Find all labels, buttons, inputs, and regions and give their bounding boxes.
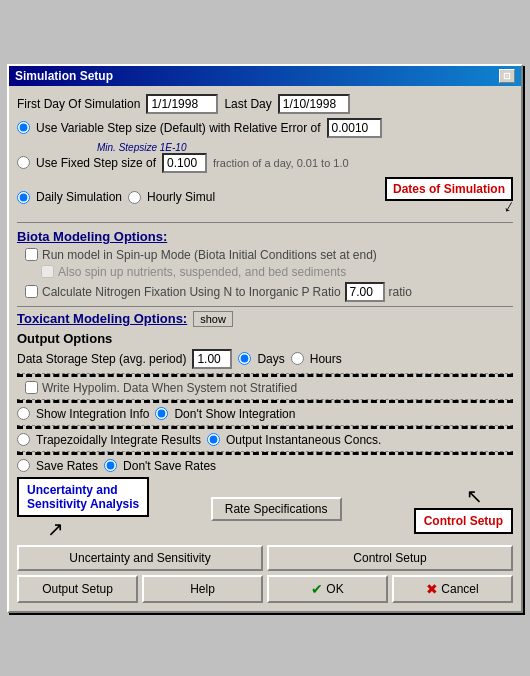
nitrogen-label: Calculate Nitrogen Fixation Using N to I… [42, 285, 341, 299]
daily-simulation-label: Daily Simulation [36, 190, 122, 204]
nitrogen-input[interactable] [345, 282, 385, 302]
fixed-step-radio[interactable] [17, 156, 30, 169]
write-hypolim-label: Write Hypolim. Data When System not Stra… [42, 381, 297, 395]
output-instantaneous-label: Output Instantaneous Concs. [226, 433, 381, 447]
dont-show-radio[interactable] [155, 407, 168, 420]
first-day-input[interactable] [146, 94, 218, 114]
control-setup-button[interactable]: Control Setup [267, 545, 513, 571]
data-storage-label: Data Storage Step (avg. period) [17, 352, 186, 366]
uncertainty-sensitivity-button[interactable]: Uncertainty and Sensitivity [17, 545, 263, 571]
bottom-buttons-row2: Output Setup Help ✔ OK ✖ Cancel [17, 575, 513, 603]
also-spin-row: Also spin up nutrients, suspended, and b… [41, 265, 513, 279]
hourly-simulation-label: Hourly Simul [147, 190, 215, 204]
nitrogen-row: Calculate Nitrogen Fixation Using N to I… [25, 282, 513, 302]
also-spin-label: Also spin up nutrients, suspended, and b… [58, 265, 346, 279]
fraction-label: fraction of a day, 0.01 to 1.0 [213, 157, 349, 169]
ok-button[interactable]: ✔ OK [267, 575, 388, 603]
window-title: Simulation Setup [15, 69, 113, 83]
spinup-checkbox[interactable] [25, 248, 38, 261]
bottom-buttons-row1: Uncertainty and Sensitivity Control Setu… [17, 545, 513, 571]
hours-radio[interactable] [291, 352, 304, 365]
variable-step-row: Use Variable Step size (Default) with Re… [17, 118, 513, 138]
cancel-button[interactable]: ✖ Cancel [392, 575, 513, 603]
dont-save-rates-label: Don't Save Rates [123, 459, 216, 473]
first-day-label: First Day Of Simulation [17, 97, 140, 111]
show-integration-label: Show Integration Info [36, 407, 149, 421]
save-rates-row: Save Rates Don't Save Rates [17, 459, 513, 473]
last-day-input[interactable] [278, 94, 350, 114]
title-bar: Simulation Setup ⊡ [9, 66, 521, 86]
simulation-type-row: Daily Simulation Hourly Simul Dates of S… [17, 177, 513, 218]
min-stepsize-label: Min. Stepsize 1E-10 [97, 142, 513, 153]
dates-row: First Day Of Simulation Last Day [17, 94, 513, 114]
dont-show-label: Don't Show Integration [174, 407, 295, 421]
restore-button[interactable]: ⊡ [499, 69, 515, 83]
integration-row: Show Integration Info Don't Show Integra… [17, 407, 513, 421]
fixed-step-input[interactable] [162, 153, 207, 173]
relative-error-input[interactable] [327, 118, 382, 138]
last-day-label: Last Day [224, 97, 271, 111]
show-integration-radio[interactable] [17, 407, 30, 420]
data-storage-input[interactable] [192, 349, 232, 369]
biota-header: Biota Modeling Options: [17, 229, 513, 244]
days-label: Days [257, 352, 284, 366]
save-rates-radio[interactable] [17, 459, 30, 472]
output-setup-button[interactable]: Output Setup [17, 575, 138, 603]
dates-annotation-box: Dates of Simulation [385, 177, 513, 201]
nitrogen-suffix: ratio [389, 285, 412, 299]
daily-simulation-radio[interactable] [17, 191, 30, 204]
control-setup-annotation-box: Control Setup [414, 508, 513, 534]
write-hypolim-row: Write Hypolim. Data When System not Stra… [25, 381, 513, 395]
nitrogen-checkbox[interactable] [25, 285, 38, 298]
help-button[interactable]: Help [142, 575, 263, 603]
data-storage-row: Data Storage Step (avg. period) Days Hou… [17, 349, 513, 369]
spinup-label: Run model in Spin-up Mode (Biota Initial… [42, 248, 377, 262]
days-radio[interactable] [238, 352, 251, 365]
trapezoidal-radio[interactable] [17, 433, 30, 446]
hours-label: Hours [310, 352, 342, 366]
variable-step-radio[interactable] [17, 121, 30, 134]
also-spin-checkbox [41, 265, 54, 278]
output-options-title: Output Options [17, 331, 513, 346]
show-button[interactable]: show [193, 311, 233, 327]
trapezoidal-label: Trapezoidally Integrate Results [36, 433, 201, 447]
fixed-step-row: Use Fixed Step size of fraction of a day… [17, 153, 513, 173]
output-instantaneous-radio[interactable] [207, 433, 220, 446]
check-icon: ✔ [311, 581, 323, 597]
trapezoidal-row: Trapezoidally Integrate Results Output I… [17, 433, 513, 447]
simulation-setup-window: Simulation Setup ⊡ First Day Of Simulati… [7, 64, 523, 613]
dont-save-rates-radio[interactable] [104, 459, 117, 472]
save-rates-label: Save Rates [36, 459, 98, 473]
spinup-row: Run model in Spin-up Mode (Biota Initial… [25, 248, 513, 262]
toxicant-row: Toxicant Modeling Options: show [17, 311, 513, 327]
write-hypolim-checkbox[interactable] [25, 381, 38, 394]
uncertainty-annotation-box: Uncertainty andSensitivity Analysis [17, 477, 149, 517]
toxicant-header: Toxicant Modeling Options: [17, 311, 187, 326]
fixed-step-label: Use Fixed Step size of [36, 156, 156, 170]
hourly-simulation-radio[interactable] [128, 191, 141, 204]
x-icon: ✖ [426, 581, 438, 597]
variable-step-label: Use Variable Step size (Default) with Re… [36, 121, 321, 135]
rate-specifications-button[interactable]: Rate Specifications [211, 497, 342, 521]
annotation-rates-row: Uncertainty andSensitivity Analysis ↗ Ra… [17, 477, 513, 541]
